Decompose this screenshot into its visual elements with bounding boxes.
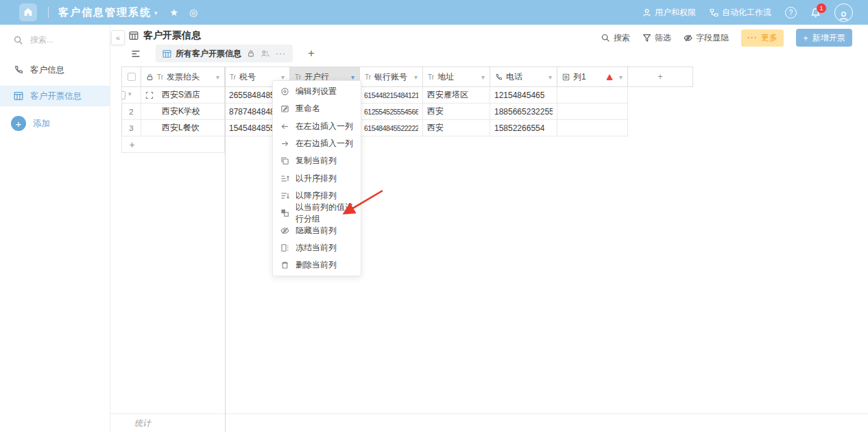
table-row[interactable]: ▾ 西安S酒店 2655848485 615448215484121548 西安…: [121, 87, 693, 104]
sidebar-collapse-button[interactable]: «: [111, 30, 125, 45]
caret-down-icon[interactable]: [619, 72, 623, 82]
menu-item-duplicate-column[interactable]: 复制当前列: [273, 152, 361, 169]
topbar-divider: [48, 7, 49, 18]
users-permissions-button[interactable]: 用户和权限: [642, 7, 696, 19]
home-button[interactable]: [19, 3, 37, 21]
menu-item-insert-left[interactable]: 在左边插入一列: [273, 118, 361, 135]
menu-item-rename[interactable]: 重命名: [273, 100, 361, 117]
view-title: 客户开票信息: [129, 29, 201, 42]
sidebar-search-placeholder: 搜索...: [30, 34, 53, 46]
cell-bank-account[interactable]: 6125545255545666: [360, 104, 423, 120]
menu-item-edit-column[interactable]: 编辑列设置: [273, 83, 361, 100]
warning-icon: [606, 74, 613, 80]
column-header-address[interactable]: Tr 地址: [423, 67, 490, 87]
lookup-icon: [562, 73, 570, 81]
filter-label: 筛选: [655, 32, 671, 44]
sidebar-item-label: 客户信息: [30, 64, 64, 76]
new-invoice-label: 新增开票: [812, 32, 845, 44]
cell-column1[interactable]: [557, 87, 628, 104]
insert-right-icon: [280, 139, 289, 148]
datasheet-icon: [129, 31, 138, 40]
column-header-column1[interactable]: 列1: [557, 67, 628, 87]
sidebar-add-label: 添加: [33, 118, 50, 130]
caret-down-icon[interactable]: [216, 72, 219, 82]
column-header-phone[interactable]: 电话: [490, 67, 557, 87]
cell-address[interactable]: 西安: [423, 120, 490, 136]
add-row-button[interactable]: +: [121, 136, 225, 153]
sidebar-item-customer-info[interactable]: 客户信息: [0, 60, 110, 80]
menu-item-delete-column[interactable]: 删除当前列: [273, 256, 361, 274]
sidebar-add-button[interactable]: + 添加: [0, 116, 110, 131]
cell-invoice-title[interactable]: 西安K学校: [141, 104, 225, 120]
help-icon[interactable]: ?: [785, 7, 797, 19]
notification-badge: 1: [817, 3, 826, 13]
field-visibility-button[interactable]: 字段显隐: [684, 32, 729, 44]
eye-slash-icon: [684, 34, 692, 43]
row-checkbox[interactable]: [122, 91, 125, 99]
column-header-invoice-title[interactable]: Tr 发票抬头: [141, 67, 225, 87]
avatar[interactable]: [834, 3, 853, 22]
column-settings-icon: [280, 87, 289, 96]
sidebar-item-customer-invoice-info[interactable]: 客户开票信息: [0, 86, 110, 106]
caret-down-icon[interactable]: [481, 72, 485, 82]
menu-item-insert-right[interactable]: 在右边插入一列: [273, 135, 361, 152]
sidebar: 搜索... 客户信息 客户开票信息 + 添加: [0, 25, 110, 432]
view-list-icon[interactable]: [131, 49, 141, 58]
caret-down-icon[interactable]: ▾: [154, 10, 158, 16]
cell-invoice-title[interactable]: 西安S酒店: [141, 87, 225, 104]
app-title[interactable]: 客户信息管理系统: [58, 6, 152, 19]
group-icon: [280, 208, 289, 217]
topbar-right: 用户和权限 自动化工作流 ? 1: [642, 3, 868, 22]
menu-item-freeze-column[interactable]: 冻结当前列: [273, 239, 361, 256]
column-header-bank-account[interactable]: Tr 银行账号: [360, 67, 423, 87]
cell-address[interactable]: 西安: [423, 104, 490, 120]
select-all-checkbox[interactable]: [128, 73, 136, 81]
plus-icon: +: [122, 139, 142, 150]
cell-phone[interactable]: 1885665232255: [490, 104, 557, 120]
automation-workflow-button[interactable]: 自动化工作流: [710, 7, 771, 19]
delete-column-icon: [280, 261, 289, 269]
row-number: 3: [129, 124, 133, 132]
select-all-cell[interactable]: [121, 67, 141, 87]
caret-down-icon[interactable]: [548, 72, 552, 82]
caret-down-icon[interactable]: ▾: [128, 91, 132, 97]
cell-invoice-title[interactable]: 西安L餐饮: [141, 120, 225, 136]
row-head-cell[interactable]: ▾: [121, 87, 141, 104]
target-icon[interactable]: ◎: [189, 7, 197, 18]
row-head-cell[interactable]: 3: [121, 120, 141, 136]
expand-record-icon[interactable]: [145, 91, 154, 99]
page-title: 客户开票信息: [143, 29, 201, 42]
table-row[interactable]: 3 西安L餐饮 15454848556 61548484552222225...…: [121, 120, 693, 136]
field-visibility-label: 字段显隐: [696, 32, 729, 44]
sidebar-search-input[interactable]: 搜索...: [0, 25, 110, 54]
menu-item-group-by-column[interactable]: 以当前列的值进行分组: [273, 204, 361, 221]
stats-label[interactable]: 统计: [134, 418, 151, 429]
menu-item-sort-ascending[interactable]: 以升序排列: [273, 169, 361, 187]
row-head-cell[interactable]: 2: [121, 104, 141, 120]
cell-phone[interactable]: 15852266554: [490, 120, 557, 136]
tab-more-icon[interactable]: ···: [276, 49, 286, 58]
cell-address[interactable]: 西安雁塔区: [423, 87, 490, 104]
cell-phone[interactable]: 12154845465: [490, 87, 557, 104]
add-view-button[interactable]: +: [308, 47, 315, 60]
add-column-button[interactable]: +: [628, 67, 693, 87]
cell-column1[interactable]: [557, 120, 628, 136]
cell-bank-account[interactable]: 61548484552222225...: [360, 120, 423, 136]
search-button[interactable]: 搜索: [601, 32, 630, 44]
data-grid: Tr 发票抬头 Tr 税号 Tr 开户行 Tr 银行账号 Tr 地址: [121, 67, 693, 153]
cell-column1[interactable]: [557, 104, 628, 120]
rename-icon: [280, 104, 289, 113]
caret-down-icon[interactable]: [414, 72, 418, 82]
sort-desc-icon: [280, 191, 289, 200]
notifications-button[interactable]: 1: [810, 8, 821, 18]
table-row[interactable]: 2 西安K学校 878748484845 6125545255545666 西安…: [121, 104, 693, 120]
filter-button[interactable]: 筛选: [642, 32, 671, 44]
filter-icon: [642, 34, 651, 43]
view-tab-bar: 所有客户开票信息 ··· +: [110, 43, 868, 64]
cell-bank-account[interactable]: 615448215484121548: [360, 87, 423, 104]
star-icon[interactable]: ★: [170, 7, 179, 18]
tab-all-invoice-info[interactable]: 所有客户开票信息 ···: [156, 45, 293, 62]
collaborators-icon: [261, 49, 270, 58]
lock-icon: [247, 49, 255, 58]
page: { "colors":{"topbar":"#8fc4e9","accent":…: [0, 0, 868, 432]
